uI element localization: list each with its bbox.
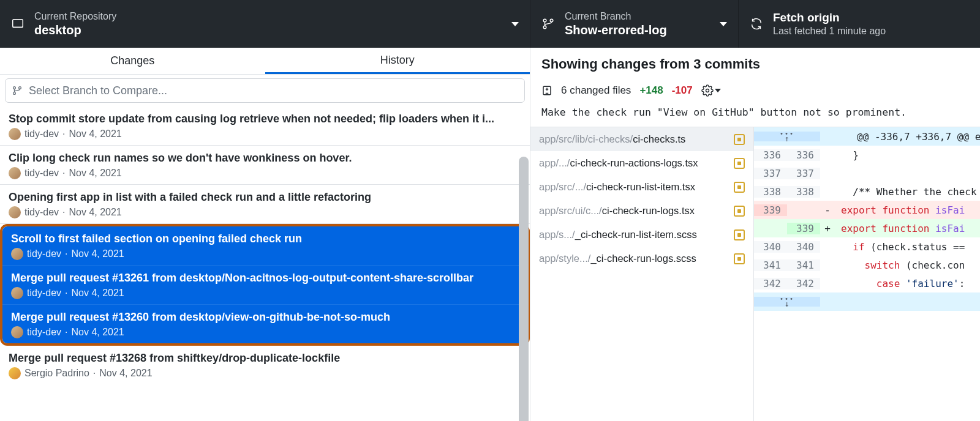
current-branch-dropdown[interactable]: Current Branch Show-errored-log [530,0,739,48]
toolbar: Current Repository desktop Current Branc… [0,0,980,48]
changes-summary: 6 changed files +148 -107 [541,84,969,97]
gear-icon [701,84,714,97]
branch-compare-placeholder: Select Branch to Compare... [29,84,167,97]
branch-icon [541,17,555,31]
diff-line[interactable]: 340340 if (check.status == [754,237,980,256]
diff-line[interactable]: 337337 [754,164,980,182]
chevron-down-icon [511,22,519,26]
changes-title: Showing changes from 3 commits [541,56,969,72]
diff-pane: Showing changes from 3 commits 6 changed… [530,48,980,421]
avatar [11,326,23,338]
commit-row[interactable]: Clip long check run names so we don't ha… [0,146,530,185]
fetch-origin-button[interactable]: Fetch origin Last fetched 1 minute ago [739,0,980,48]
branch-compare-input[interactable]: Select Branch to Compare... [5,78,525,103]
avatar [9,128,21,140]
fetch-label: Fetch origin [773,11,886,25]
branch-icon [12,85,23,96]
svg-point-12 [706,89,709,92]
svg-point-5 [13,87,16,89]
file-item[interactable]: app/src/ui/c.../ci-check-run-logs.tsx [530,199,753,223]
deletions-count: -107 [672,84,693,97]
modified-icon [734,253,745,264]
file-item[interactable]: app/s.../_ci-check-run-list-item.scss [530,223,753,247]
svg-point-7 [19,87,21,89]
sync-icon [750,17,763,31]
changed-files-list: app/src/lib/ci-checks/ci-checks.ts app/.… [530,127,753,421]
modified-icon [734,134,745,145]
commit-row[interactable]: Stop commit store update from causing lo… [0,106,530,146]
changed-files-label: 6 changed files [561,84,631,97]
repo-label: Current Repository [34,10,116,22]
chevron-down-icon [720,22,727,26]
diff-line[interactable]: 338338 /** Whether the check [754,182,980,201]
repo-value: desktop [34,23,116,37]
file-item[interactable]: app/style.../_ci-check-run-logs.scss [530,247,753,270]
avatar [9,206,21,218]
diff-view: •••↑ @@ -336,7 +336,7 @@ ex 336336 }3373… [753,127,980,421]
tab-changes[interactable]: Changes [0,48,265,74]
modified-icon [734,182,745,193]
diff-line[interactable]: 342342 case 'failure': [754,274,980,292]
branch-label: Current Branch [565,10,667,22]
avatar [11,248,23,260]
avatar [9,167,21,179]
svg-rect-0 [13,20,23,28]
avatar [9,367,21,379]
file-item[interactable]: app/src/lib/ci-checks/ci-checks.ts [530,127,753,151]
modified-icon [734,158,745,169]
history-pane: Changes History Select Branch to Compare… [0,48,530,421]
repo-icon [11,17,24,31]
commit-row[interactable]: Merge pull request #13261 from desktop/N… [2,266,527,305]
tabs: Changes History [0,48,530,75]
diff-line[interactable]: 341341 switch (check.con [754,256,980,274]
chevron-down-icon [715,89,721,92]
commit-row[interactable]: Opening first app in list with a failed … [0,185,530,224]
hunk-header[interactable]: •••↑ @@ -336,7 +336,7 @@ ex [754,127,980,146]
avatar [11,287,23,299]
selected-commits-group: Scroll to first failed section on openin… [0,224,530,346]
commit-row[interactable]: Merge pull request #13260 from desktop/v… [2,305,527,343]
commit-row[interactable]: Merge pull request #13268 from shiftkey/… [0,346,530,384]
diff-line[interactable]: 336336 } [754,146,980,164]
svg-point-2 [543,19,546,22]
expand-hunk[interactable]: •••↓ [754,292,980,311]
svg-point-6 [13,92,16,95]
svg-point-4 [550,19,553,22]
fetch-value: Last fetched 1 minute ago [773,25,886,37]
modified-icon [734,206,745,217]
diff-icon [541,85,552,96]
file-item[interactable]: app/src/.../ci-check-run-list-item.tsx [530,175,753,199]
diff-line[interactable]: 339-export function isFai [754,201,980,219]
current-repository-dropdown[interactable]: Current Repository desktop [0,0,530,48]
file-item[interactable]: app/.../ci-check-run-actions-logs.tsx [530,151,753,175]
tab-history[interactable]: History [265,48,530,74]
diff-line[interactable]: 339+export function isFai [754,219,980,237]
additions-count: +148 [639,84,663,97]
commit-row[interactable]: Scroll to first failed section on openin… [2,226,527,266]
scrollbar-thumb[interactable] [519,157,529,421]
commit-message: Make the check run "View on GitHub" butt… [530,103,980,127]
diff-settings-button[interactable] [701,84,721,97]
svg-point-3 [543,26,546,29]
modified-icon [734,229,745,240]
branch-value: Show-errored-log [565,23,667,37]
commit-list: Stop commit store update from causing lo… [0,106,530,421]
